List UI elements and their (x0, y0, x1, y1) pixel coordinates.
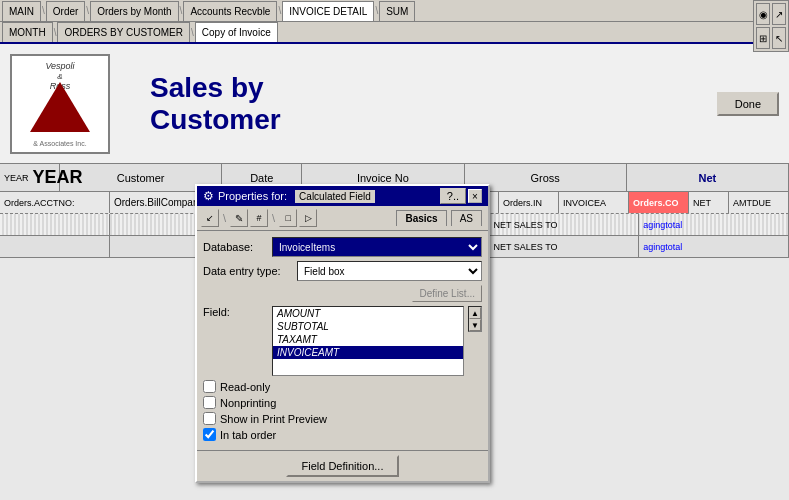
year-label-col: YEAR YEAR (0, 164, 60, 191)
dialog-qmark-btn[interactable]: ?.. (440, 188, 466, 204)
taborder-row: In tab order (203, 428, 482, 441)
field-item-amount[interactable]: AMOUNT (273, 307, 463, 320)
data-entry-select[interactable]: Field box (297, 261, 482, 281)
database-select[interactable]: InvoiceItems (272, 237, 482, 257)
nonprinting-row: Nonprinting (203, 396, 482, 409)
define-list-row: Define List... (203, 285, 482, 302)
col-net: Net (627, 164, 789, 191)
tool-hash-btn[interactable]: # (250, 209, 268, 227)
tool-brush-btn[interactable]: ✎ (230, 209, 248, 227)
sumrow2-aging: agingtotal (639, 236, 789, 257)
showpreview-checkbox[interactable] (203, 412, 216, 425)
sumrow2-cell0 (0, 236, 110, 257)
scroll-down-btn[interactable]: ▼ (469, 319, 481, 331)
cell-invoicea: INVOICEA (559, 192, 629, 213)
tool-rect-btn[interactable]: □ (279, 209, 297, 227)
dialog-footer: Field Definition... (197, 450, 488, 481)
sumrow2-netsales: NET SALES TO (490, 236, 640, 257)
cell-acctno: Orders.ACCTNO: (0, 192, 110, 213)
tab-sum[interactable]: SUM (379, 1, 415, 21)
dialog-icon: ⚙ (203, 189, 214, 203)
field-item-taxamt[interactable]: TAXAMT (273, 333, 463, 346)
nonprinting-label: Nonprinting (220, 397, 276, 409)
nonprinting-checkbox[interactable] (203, 396, 216, 409)
tab-orders-month[interactable]: Orders by Month (90, 1, 178, 21)
tab-orders-customer[interactable]: ORDERS BY CUSTOMER (57, 22, 190, 42)
logo-bottom-text: & Associates Inc. (33, 140, 86, 147)
dialog-body: Database: InvoiceItems Data entry type: … (197, 231, 488, 450)
tool-sep-1: \ (221, 212, 228, 224)
tab-main[interactable]: MAIN (2, 1, 41, 21)
logo-area: Vespoli&Ross & Associates Inc. (10, 54, 110, 154)
cell-amtdue: AMTDUE (729, 192, 789, 213)
logo-triangle (30, 82, 90, 132)
database-label: Database: (203, 241, 268, 253)
sumrow1-netsales: NET SALES TO (490, 214, 640, 235)
report-title: Sales by Customer (150, 72, 281, 136)
cell-invoice: Orders.IN (499, 192, 559, 213)
dialog-title-field: Calculated Field (295, 190, 375, 203)
scroll-up-btn[interactable]: ▲ (469, 307, 481, 319)
showpreview-label: Show in Print Preview (220, 413, 327, 425)
field-scrollbar[interactable]: ▲ ▼ (468, 306, 482, 332)
table-tool-btn[interactable]: ⊞ (756, 27, 770, 49)
tool-play-btn[interactable]: ▷ (299, 209, 317, 227)
field-item-subtotal[interactable]: SUBTOTAL (273, 320, 463, 333)
readonly-row: Read-only (203, 380, 482, 393)
dialog-tab-basics[interactable]: Basics (396, 210, 446, 226)
dialog-title-left: ⚙ Properties for: Calculated Field (203, 189, 375, 203)
tool-sep-2: \ (270, 212, 277, 224)
field-list[interactable]: AMOUNT SUBTOTAL TAXAMT INVOICEAMT (272, 306, 464, 376)
bottom-tab-bar: MONTH \ ORDERS BY CUSTOMER \ Copy of Inv… (0, 22, 789, 44)
radio-tool-btn[interactable]: ◉ (756, 3, 770, 25)
tab-accounts[interactable]: Accounts Recvble (183, 1, 277, 21)
tab-order[interactable]: Order (46, 1, 86, 21)
data-entry-label: Data entry type: (203, 265, 293, 277)
dialog-toolbar: ↙ \ ✎ # \ □ ▷ Basics AS (197, 206, 488, 231)
taborder-label: In tab order (220, 429, 276, 441)
field-definition-btn[interactable]: Field Definition... (286, 455, 400, 477)
taborder-checkbox[interactable] (203, 428, 216, 441)
dialog-titlebar: ⚙ Properties for: Calculated Field ?.. × (197, 186, 488, 206)
done-button[interactable]: Done (717, 92, 779, 116)
tab-invoice-detail[interactable]: INVOICE DETAIL (282, 1, 374, 21)
database-row: Database: InvoiceItems (203, 237, 482, 257)
field-item-invoiceamt[interactable]: INVOICEAMT (273, 346, 463, 359)
field-label: Field: (203, 306, 268, 318)
cursor-tool-btn[interactable]: ↖ (772, 27, 786, 49)
sumrow1-cell0 (0, 214, 110, 235)
tool-arrow-btn[interactable]: ↙ (201, 209, 219, 227)
properties-dialog: ⚙ Properties for: Calculated Field ?.. ×… (195, 184, 490, 483)
dialog-title-label: Properties for: (218, 190, 287, 202)
sumrow1-aging: agingtotal (639, 214, 789, 235)
dialog-close-btn[interactable]: × (468, 189, 482, 203)
floating-toolbar: ◉ ↗ ⊞ ↖ (753, 0, 789, 52)
top-tab-bar: MAIN \ Order \ Orders by Month \ Account… (0, 0, 789, 22)
dialog-tab-as[interactable]: AS (451, 210, 482, 226)
showpreview-row: Show in Print Preview (203, 412, 482, 425)
cell-orders-co: Orders.CO (629, 192, 689, 213)
cell-net: NET (689, 192, 729, 213)
arrow-tool-btn[interactable]: ↗ (772, 3, 786, 25)
report-header: Vespoli&Ross & Associates Inc. Sales by … (0, 44, 789, 164)
readonly-checkbox[interactable] (203, 380, 216, 393)
main-content: Vespoli&Ross & Associates Inc. Sales by … (0, 44, 789, 500)
define-list-btn[interactable]: Define List... (412, 285, 482, 302)
tab-month[interactable]: MONTH (2, 22, 53, 42)
data-entry-row: Data entry type: Field box (203, 261, 482, 281)
tab-copy-invoice[interactable]: Copy of Invoice (195, 22, 278, 42)
readonly-label: Read-only (220, 381, 270, 393)
field-row: Field: AMOUNT SUBTOTAL TAXAMT INVOICEAMT… (203, 306, 482, 376)
